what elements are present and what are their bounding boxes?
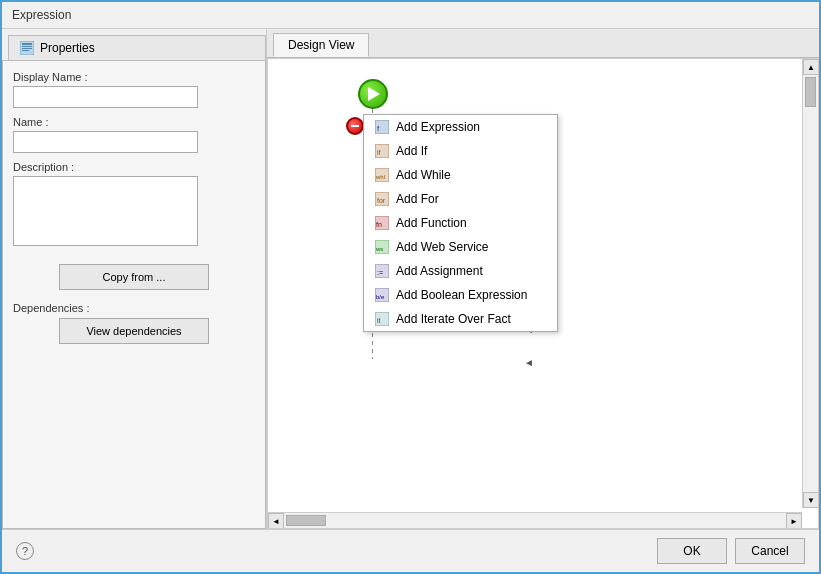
svg-rect-4 — [22, 50, 29, 51]
svg-text:for: for — [377, 197, 386, 204]
display-name-input[interactable] — [13, 86, 198, 108]
menu-item-add-assignment[interactable]: := Add Assignment — [364, 259, 557, 283]
v-scroll-thumb[interactable] — [805, 77, 816, 107]
boolean-expr-icon: b/e — [374, 287, 390, 303]
svg-rect-2 — [22, 46, 32, 47]
function-icon: fn — [374, 215, 390, 231]
for-icon: for — [374, 191, 390, 207]
svg-text:it: it — [377, 317, 381, 324]
dependencies-label: Dependencies : — [13, 302, 255, 314]
play-icon — [368, 87, 380, 101]
svg-text:whl: whl — [375, 174, 385, 180]
horizontal-scrollbar[interactable]: ◄ ► — [268, 512, 802, 528]
svg-text:b/e: b/e — [376, 294, 385, 300]
minus-icon — [351, 125, 359, 127]
menu-item-add-boolean-expression[interactable]: b/e Add Boolean Expression — [364, 283, 557, 307]
dialog-body: Properties Display Name : Name : Descrip… — [2, 29, 819, 529]
play-button[interactable] — [358, 79, 388, 109]
panel-content: Display Name : Name : Description : Copy… — [2, 60, 266, 529]
menu-item-add-if[interactable]: if Add If — [364, 139, 557, 163]
footer-buttons: OK Cancel — [657, 538, 805, 564]
menu-item-add-function-label: Add Function — [396, 216, 467, 230]
arrow-right-marker: ◄ — [524, 357, 534, 368]
design-view-tab[interactable]: Design View — [273, 33, 369, 57]
scroll-left-button[interactable]: ◄ — [268, 513, 284, 529]
menu-item-add-while-label: Add While — [396, 168, 451, 182]
menu-item-add-iterate-over-fact-label: Add Iterate Over Fact — [396, 312, 511, 326]
iterate-icon: it — [374, 311, 390, 327]
properties-tab[interactable]: Properties — [8, 35, 266, 60]
help-button[interactable]: ? — [16, 542, 34, 560]
expression-dialog: Expression Properties — [0, 0, 821, 574]
menu-item-add-iterate-over-fact[interactable]: it Add Iterate Over Fact — [364, 307, 557, 331]
menu-item-add-boolean-expression-label: Add Boolean Expression — [396, 288, 527, 302]
copy-from-button[interactable]: Copy from ... — [59, 264, 209, 290]
menu-item-add-expression[interactable]: f Add Expression — [364, 115, 557, 139]
menu-item-add-for-label: Add For — [396, 192, 439, 206]
menu-item-add-web-service-label: Add Web Service — [396, 240, 489, 254]
assignment-icon: := — [374, 263, 390, 279]
dialog-title: Expression — [2, 2, 819, 29]
menu-item-add-expression-label: Add Expression — [396, 120, 480, 134]
menu-item-add-assignment-label: Add Assignment — [396, 264, 483, 278]
name-label: Name : — [13, 116, 255, 128]
dependencies-group: Dependencies : View dependencies — [13, 302, 255, 344]
svg-rect-3 — [22, 48, 32, 49]
context-menu: f Add Expression if Add If whl — [363, 114, 558, 332]
properties-icon — [19, 40, 35, 56]
footer-left: ? — [16, 542, 34, 560]
menu-item-add-web-service[interactable]: ws Add Web Service — [364, 235, 557, 259]
properties-tab-label: Properties — [40, 41, 95, 55]
display-name-label: Display Name : — [13, 71, 255, 83]
cancel-button[interactable]: Cancel — [735, 538, 805, 564]
svg-text::=: := — [377, 269, 383, 276]
h-scroll-thumb[interactable] — [286, 515, 326, 526]
h-scroll-track[interactable] — [284, 513, 786, 528]
name-group: Name : — [13, 116, 255, 153]
menu-item-add-while[interactable]: whl Add While — [364, 163, 557, 187]
v-scroll-track[interactable] — [803, 75, 818, 492]
description-textarea[interactable] — [13, 176, 198, 246]
scroll-right-button[interactable]: ► — [786, 513, 802, 529]
web-service-icon: ws — [374, 239, 390, 255]
svg-text:ws: ws — [375, 246, 383, 252]
scroll-down-button[interactable]: ▼ — [803, 492, 819, 508]
menu-item-add-for[interactable]: for Add For — [364, 187, 557, 211]
view-dependencies-button[interactable]: View dependencies — [59, 318, 209, 344]
description-label: Description : — [13, 161, 255, 173]
if-icon: if — [374, 143, 390, 159]
ok-button[interactable]: OK — [657, 538, 727, 564]
while-icon: whl — [374, 167, 390, 183]
svg-rect-1 — [22, 43, 32, 45]
stop-button[interactable] — [346, 117, 364, 135]
display-name-group: Display Name : — [13, 71, 255, 108]
design-area: ◄ ◄ f Add Expression if Add If — [267, 58, 819, 529]
right-tab-bar: Design View — [267, 29, 819, 58]
menu-item-add-if-label: Add If — [396, 144, 427, 158]
menu-item-add-function[interactable]: fn Add Function — [364, 211, 557, 235]
dialog-footer: ? OK Cancel — [2, 529, 819, 572]
expr-icon: f — [374, 119, 390, 135]
svg-text:fn: fn — [376, 221, 382, 228]
name-input[interactable] — [13, 131, 198, 153]
left-panel: Properties Display Name : Name : Descrip… — [2, 29, 267, 529]
svg-text:if: if — [377, 149, 381, 156]
description-group: Description : — [13, 161, 255, 246]
vertical-scrollbar[interactable]: ▲ ▼ — [802, 59, 818, 508]
scroll-up-button[interactable]: ▲ — [803, 59, 819, 75]
right-panel: Design View ◄ ◄ — [267, 29, 819, 529]
